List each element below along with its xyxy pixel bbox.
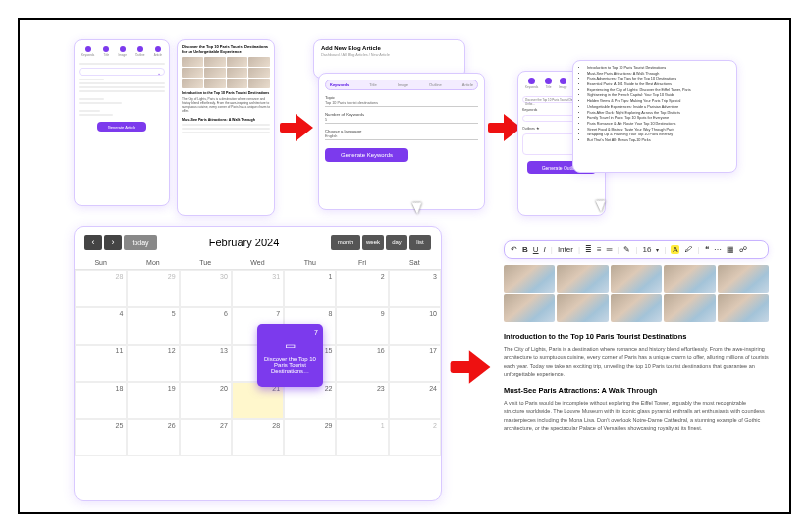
preview-image-grid bbox=[182, 57, 270, 88]
step-dot bbox=[545, 78, 552, 84]
calendar-dow: Sun bbox=[75, 256, 127, 270]
language-input[interactable]: English bbox=[325, 133, 478, 140]
article-p2[interactable]: A visit to Paris would be incomplete wit… bbox=[504, 399, 769, 432]
calendar-day-cell[interactable]: 29 bbox=[127, 270, 179, 307]
calendar-day-cell[interactable]: 18 bbox=[75, 382, 127, 419]
calendar-day-cell[interactable]: 27 bbox=[180, 419, 232, 456]
view-list-button[interactable]: list bbox=[409, 235, 431, 250]
generate-keywords-button[interactable]: Generate Keywords bbox=[325, 148, 408, 162]
calendar-day-cell[interactable]: 13 bbox=[180, 345, 232, 382]
calendar-day-cell[interactable]: 1 bbox=[284, 270, 336, 307]
calendar-day-cell[interactable]: 23 bbox=[336, 382, 388, 419]
title-select[interactable]: ⌄ bbox=[79, 68, 165, 76]
calendar-day-cell[interactable]: 28 bbox=[232, 419, 284, 456]
event-date: 7 bbox=[262, 329, 318, 336]
calendar-day-cell[interactable]: 9 bbox=[336, 307, 388, 345]
underline-button[interactable]: U bbox=[533, 245, 539, 254]
view-day-button[interactable]: day bbox=[386, 235, 407, 250]
view-month-button[interactable]: month bbox=[331, 235, 360, 250]
image-icon[interactable]: ▦ bbox=[727, 245, 734, 254]
cursor-icon bbox=[598, 198, 609, 209]
topic-input[interactable]: Top 10 Paris tourist destinations bbox=[325, 100, 478, 107]
arrow-icon bbox=[488, 114, 521, 141]
calendar-day-cell[interactable]: 10 bbox=[389, 307, 441, 345]
editor-image-grid bbox=[504, 265, 769, 322]
tab-image[interactable]: Image bbox=[398, 82, 408, 87]
calendar-day-cell[interactable]: 19 bbox=[127, 382, 179, 419]
article-p1[interactable]: The City of Lights, Paris is a destinati… bbox=[504, 346, 769, 378]
stepper: Keywords Title Image Outline Article bbox=[79, 44, 165, 61]
list-ol-icon[interactable]: ≡ bbox=[597, 245, 602, 254]
chevron-down-icon: ▾ bbox=[656, 246, 659, 253]
calendar-day-cell[interactable]: 28 bbox=[75, 270, 127, 307]
text-color-icon[interactable]: 🖊 bbox=[684, 245, 692, 254]
calendar-day-cell[interactable]: 12 bbox=[127, 345, 179, 382]
calendar-day-cell[interactable]: 2 bbox=[389, 419, 441, 456]
calendar: ‹ › today February 2024 month week day l… bbox=[74, 226, 442, 501]
calendar-day-cell[interactable]: 17 bbox=[389, 345, 441, 382]
quote-icon[interactable]: ❝ bbox=[705, 245, 709, 254]
calendar-day-cell[interactable]: 3 bbox=[389, 270, 441, 307]
tab-outline[interactable]: Outline bbox=[429, 82, 442, 87]
font-size-select[interactable]: 16 bbox=[642, 245, 651, 254]
calendar-day-cell[interactable]: 25 bbox=[75, 419, 127, 456]
tab-article[interactable]: Article bbox=[462, 82, 473, 87]
calendar-day-cell[interactable]: 26 bbox=[127, 419, 179, 456]
tab-title[interactable]: Title bbox=[369, 82, 376, 87]
keywords-panel: Keywords Title Image Outline Article Top… bbox=[318, 73, 485, 210]
bold-button[interactable]: B bbox=[522, 245, 528, 254]
calendar-day-cell[interactable]: 1 bbox=[336, 419, 388, 456]
calendar-day-cell[interactable]: 2 bbox=[336, 270, 388, 307]
calendar-day-cell[interactable]: 24 bbox=[389, 382, 441, 419]
wizard-tabs: Keywords Title Image Outline Article bbox=[325, 80, 478, 90]
view-week-button[interactable]: week bbox=[362, 235, 384, 250]
calendar-next-button[interactable]: › bbox=[104, 235, 122, 250]
calendar-day-cell[interactable]: 31 bbox=[232, 270, 284, 307]
italic-button[interactable]: I bbox=[544, 245, 546, 254]
arrow-icon bbox=[280, 114, 313, 141]
calendar-dow: Tue bbox=[180, 256, 232, 270]
calendar-day-cell[interactable]: 6 bbox=[180, 307, 232, 345]
calendar-day-cell[interactable]: 29 bbox=[284, 419, 336, 456]
num-keywords-input[interactable]: 5 bbox=[325, 117, 478, 124]
highlight-button[interactable]: A bbox=[671, 245, 679, 254]
step-dot bbox=[155, 46, 161, 52]
cursor-icon bbox=[414, 200, 425, 211]
more-icon[interactable]: ⋯ bbox=[714, 245, 722, 254]
calendar-day-cell[interactable]: 22 bbox=[284, 382, 336, 419]
editor-toolbar: ↶ B U I | Inter | ≣ ≡ ═ | ✎ | 16 ▾ | A 🖊… bbox=[504, 240, 769, 259]
article-h1: Introduction to the Top 10 Paris Tourist… bbox=[504, 332, 769, 341]
font-select[interactable]: Inter bbox=[558, 245, 573, 254]
step-dot bbox=[103, 46, 109, 52]
calendar-day-cell[interactable]: 30 bbox=[180, 270, 232, 307]
wizard-panel-article: Keywords Title Image Outline Article ⌄ G… bbox=[74, 39, 170, 206]
calendar-day-cell[interactable]: 20 bbox=[180, 382, 232, 419]
undo-icon[interactable]: ↶ bbox=[511, 245, 517, 254]
calendar-event[interactable]: 7 ▭ Discover the Top 10 Paris Tourist De… bbox=[257, 324, 323, 387]
list-ul-icon[interactable]: ≣ bbox=[585, 245, 592, 254]
calendar-day-cell[interactable]: 11 bbox=[75, 345, 127, 382]
align-icon[interactable]: ═ bbox=[607, 245, 613, 254]
step-dot bbox=[85, 46, 91, 52]
calendar-dow: Sat bbox=[389, 256, 441, 270]
outline-item[interactable]: But That's Not All: Bonus Top-10 Picks bbox=[587, 138, 729, 144]
breadcrumb: Dashboard / All Blog Articles / New Arti… bbox=[321, 53, 458, 57]
tab-keywords[interactable]: Keywords bbox=[330, 82, 349, 87]
calendar-today-button[interactable]: today bbox=[124, 235, 157, 250]
link-icon[interactable]: ☍ bbox=[739, 245, 747, 254]
calendar-day-cell[interactable]: 21 bbox=[232, 382, 284, 419]
article-h2: Must-See Paris Attractions: A Walk Throu… bbox=[504, 386, 769, 395]
calendar-day-cell[interactable]: 5 bbox=[127, 307, 179, 345]
calendar-day-cell[interactable]: 16 bbox=[336, 345, 388, 382]
calendar-dow: Wed bbox=[232, 256, 284, 270]
step-dot bbox=[528, 78, 535, 84]
calendar-dow: Mon bbox=[127, 256, 179, 270]
generate-article-button[interactable]: Generate Article bbox=[97, 122, 146, 132]
calendar-prev-button[interactable]: ‹ bbox=[84, 235, 102, 250]
step-dot bbox=[560, 78, 566, 84]
chevron-down-icon: ⌄ bbox=[157, 70, 161, 76]
calendar-day-cell[interactable]: 4 bbox=[75, 307, 127, 345]
format-paint-icon[interactable]: ✎ bbox=[623, 245, 630, 254]
document-icon: ▭ bbox=[262, 339, 318, 352]
event-title: Discover the Top 10 Paris Tourist Destin… bbox=[262, 356, 318, 374]
